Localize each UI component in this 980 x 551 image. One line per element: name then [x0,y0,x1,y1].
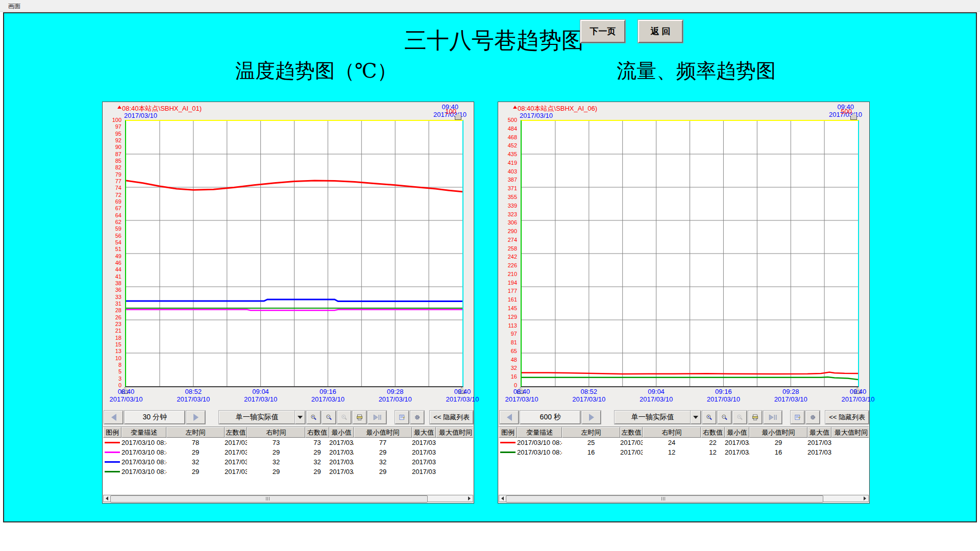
play-pause-icon [372,412,383,422]
back-button[interactable]: 返 回 [638,20,683,43]
column-header[interactable]: 最大值时间 [831,427,869,438]
x-tick-date: 2017/03/10 [835,395,881,403]
play-pause-button[interactable] [368,411,386,424]
column-header[interactable]: 最小值 [725,427,749,438]
scroll-right-arrow-icon[interactable] [467,496,472,501]
column-header[interactable]: 变量描述 [121,427,166,438]
table-cell: 73 [305,439,329,446]
y-tick-label: 48 [511,357,517,363]
prev-interval-button[interactable] [104,411,123,424]
time-span-field[interactable]: 600 秒 [520,411,580,424]
scrollbar-thumb[interactable] [110,495,428,503]
report-icon [794,412,801,422]
cursor-marker-icon[interactable] [513,106,517,109]
table-row[interactable]: 2017/03/10 08:40252017/03/10 09:40242220… [499,438,869,447]
scrollbar-thumb[interactable] [506,495,823,503]
print-button[interactable] [353,411,366,424]
print-button[interactable] [748,411,762,424]
printer-icon [752,412,758,422]
table-header-row: 图例变量描述左时间左数值右时间右数值最小值最小值时间最大值最大值时间 [499,427,869,438]
settings-button[interactable] [806,411,820,424]
column-header[interactable]: 最小值时间 [354,427,412,438]
hide-list-button[interactable]: << 隐藏列表 [825,411,869,424]
left-chart-subtitle: 温度趋势图（℃） [235,57,397,85]
y-tick-label: 97 [115,124,121,130]
column-header[interactable]: 右时间 [643,427,701,438]
x-tick-time: 09:04 [252,388,269,395]
column-header[interactable]: 左时间 [166,427,225,438]
column-header[interactable]: 最小值时间 [749,427,807,438]
settings-button[interactable] [410,411,424,424]
horizontal-scrollbar[interactable] [103,495,473,502]
y-tick-label: 452 [508,143,517,148]
column-header[interactable]: 左时间 [562,427,620,438]
legend-cell [103,461,121,463]
table-cell: 29 [354,448,412,456]
chart-zone: 08:40本站点\SBHX_AI_06) 2017/03/10 09:40 20… [498,102,869,408]
column-header[interactable]: 变量描述 [517,427,562,438]
column-header[interactable]: 左数值 [620,427,643,438]
hide-list-button[interactable]: << 隐藏列表 [430,411,473,424]
y-tick-label: 49 [115,254,121,259]
y-tick-label: 387 [508,177,517,183]
zoom-select-button[interactable] [337,411,351,424]
table-cell: 73 [247,439,305,446]
table-cell: 29 [305,468,329,475]
axis-mode-select[interactable]: 单一轴实际值 [219,411,295,424]
zoom-out-button[interactable] [718,411,731,424]
x-tick: 08:522017/03/10 [566,388,612,403]
y-tick-label: 258 [508,246,517,252]
time-span-field[interactable]: 30 分钟 [125,411,184,424]
next-page-button[interactable]: 下一页 [580,20,625,43]
table-cell: 32 [354,458,412,466]
y-tick-label: 355 [508,194,517,200]
y-tick-label: 210 [508,271,517,277]
y-tick-label: 51 [115,246,121,252]
column-header[interactable]: 最小值 [329,427,354,438]
column-header[interactable]: 图例 [103,427,121,438]
table-row[interactable]: 2017/03/10 08:40162017/03/10 09:40121220… [499,447,869,457]
zoom-out-button[interactable] [322,411,336,424]
x-tick-date: 2017/03/10 [103,395,149,403]
horizontal-scrollbar[interactable] [499,495,869,502]
column-header[interactable]: 图例 [499,427,517,438]
scroll-left-arrow-icon[interactable] [500,496,505,501]
column-header[interactable]: 右时间 [247,427,305,438]
zoom-in-button[interactable] [307,411,321,424]
column-header[interactable]: 最大值 [412,427,436,438]
table-row[interactable]: 2017/03/10 08:40292017/03/10 09:40292920… [103,467,473,477]
column-header[interactable]: 右数值 [305,427,329,438]
series-line-二次供水温度 [126,299,462,302]
zoom-select-button[interactable] [733,411,747,424]
x-tick-date: 2017/03/10 [499,395,545,403]
table-cell: 78 [166,439,225,446]
axis-mode-select[interactable]: 单一轴实际值 [615,411,691,424]
table-row[interactable]: 2017/03/10 08:40292017/03/10 09:40292920… [103,447,473,457]
table-cell: 16 [749,448,807,456]
table-cell: 2017/03/10 08:40 [121,439,166,446]
table-row[interactable]: 2017/03/10 08:40782017/03/10 09:40737320… [103,438,473,447]
legend-line-icon [500,442,516,443]
table-row[interactable]: 2017/03/10 08:40322017/03/10 09:40323220… [103,457,473,467]
column-header[interactable]: 左数值 [225,427,247,438]
axis-mode-dropdown-button[interactable] [691,411,701,424]
play-pause-button[interactable] [764,411,782,424]
cursor-marker-icon[interactable] [117,106,121,109]
zoom-in-button[interactable] [702,411,716,424]
column-header[interactable]: 右数值 [701,427,725,438]
scroll-left-arrow-icon[interactable] [104,496,110,501]
chevron-down-icon [693,416,698,419]
y-tick-label: 67 [115,206,121,211]
x-tick-time: 09:16 [320,388,336,395]
scroll-right-arrow-icon[interactable] [862,496,868,501]
column-header[interactable]: 最大值时间 [436,427,473,438]
report-button[interactable] [791,411,804,424]
next-interval-button[interactable] [582,411,601,424]
next-interval-button[interactable] [186,411,205,424]
y-tick-label: 81 [511,340,517,345]
prev-interval-button[interactable] [500,411,519,424]
axis-mode-dropdown-button[interactable] [295,411,305,424]
column-header[interactable]: 最大值 [807,427,831,438]
y-tick-label: 194 [508,280,517,286]
report-button[interactable] [395,411,409,424]
